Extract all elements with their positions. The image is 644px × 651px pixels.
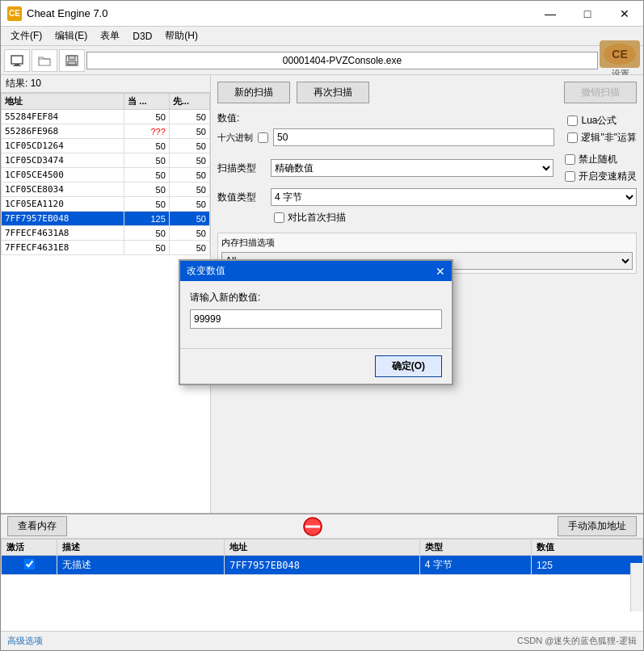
- dialog-close-button[interactable]: ✕: [436, 265, 445, 278]
- dialog-title: 改变数值: [187, 264, 225, 278]
- dialog-body: 请输入新的数值:: [180, 281, 452, 348]
- dialog-value-input[interactable]: [190, 309, 442, 329]
- app-window: CE Cheat Engine 7.0 — □ ✕ 文件(F) 编辑(E) 表单…: [0, 0, 644, 651]
- dialog-overlay: 改变数值 ✕ 请输入新的数值: 确定(O): [1, 1, 643, 650]
- dialog-ok-button[interactable]: 确定(O): [375, 355, 442, 377]
- dialog-title-bar: 改变数值 ✕: [180, 261, 452, 281]
- dialog-footer: 确定(O): [180, 348, 452, 384]
- dialog-input-label: 请输入新的数值:: [190, 291, 442, 304]
- change-value-dialog: 改变数值 ✕ 请输入新的数值: 确定(O): [179, 259, 453, 385]
